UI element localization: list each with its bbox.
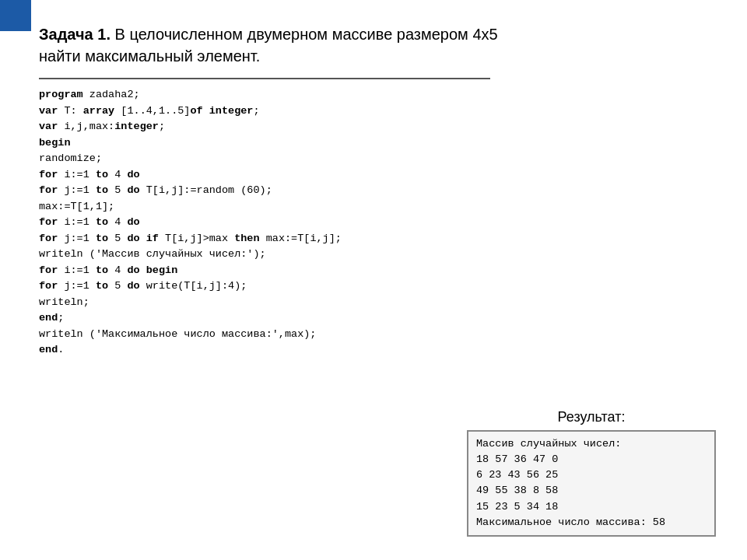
blue-square-decoration bbox=[0, 0, 31, 31]
code-line: end; bbox=[39, 310, 716, 327]
title-line2: найти максимальный элемент. bbox=[39, 47, 260, 65]
code-line: writeln; bbox=[39, 295, 716, 311]
code-line: program zadaha2; bbox=[39, 87, 716, 103]
code-line: for i:=1 to 4 do bbox=[39, 215, 716, 231]
code-line: var i,j,max:integer; bbox=[39, 119, 716, 135]
title-text: Задача 1. В целочисленном двумерном масс… bbox=[39, 23, 716, 67]
code-line: for i:=1 to 4 do bbox=[39, 167, 716, 184]
result-row: 15 23 5 34 18 bbox=[476, 499, 707, 515]
title-bold: Задача 1. bbox=[39, 26, 110, 43]
code-line: max:=T[1,1]; bbox=[39, 199, 716, 215]
result-max-line: Максимальное число массива: 58 bbox=[476, 515, 707, 530]
result-table: Массив случайных чисел: 18 57 36 47 0 6 … bbox=[467, 430, 716, 537]
code-line: for j:=1 to 5 do write(T[i,j]:4); bbox=[39, 278, 716, 295]
code-line: var T: array [1..4,1..5]of integer; bbox=[39, 103, 716, 120]
result-row: 18 57 36 47 0 bbox=[476, 452, 707, 467]
result-label: Результат: bbox=[467, 409, 716, 425]
result-row: 6 23 43 56 25 bbox=[476, 467, 707, 483]
page: Задача 1. В целочисленном двумерном масс… bbox=[0, 0, 747, 560]
code-line: for i:=1 to 4 do begin bbox=[39, 263, 716, 279]
result-row: 49 55 38 8 58 bbox=[476, 483, 707, 499]
code-line: end. bbox=[39, 342, 716, 359]
code-line: writeln ('Максимальное число массива:',m… bbox=[39, 327, 716, 343]
code-block: program zadaha2;var T: array [1..4,1..5]… bbox=[31, 87, 716, 359]
title-divider bbox=[39, 78, 490, 79]
result-section: Результат: Массив случайных чисел: 18 57… bbox=[467, 409, 716, 537]
code-line: randomize; bbox=[39, 151, 716, 167]
code-line: writeln ('Массив случайных чисел:'); bbox=[39, 247, 716, 263]
code-line: for j:=1 to 5 do if T[i,j]>max then max:… bbox=[39, 231, 716, 247]
code-line: begin bbox=[39, 135, 716, 152]
result-header: Массив случайных чисел: bbox=[476, 436, 707, 452]
title-normal: В целочисленном двумерном массиве размер… bbox=[110, 26, 498, 43]
code-line: for j:=1 to 5 do T[i,j]:=random (60); bbox=[39, 183, 716, 199]
title-section: Задача 1. В целочисленном двумерном масс… bbox=[31, 23, 716, 67]
